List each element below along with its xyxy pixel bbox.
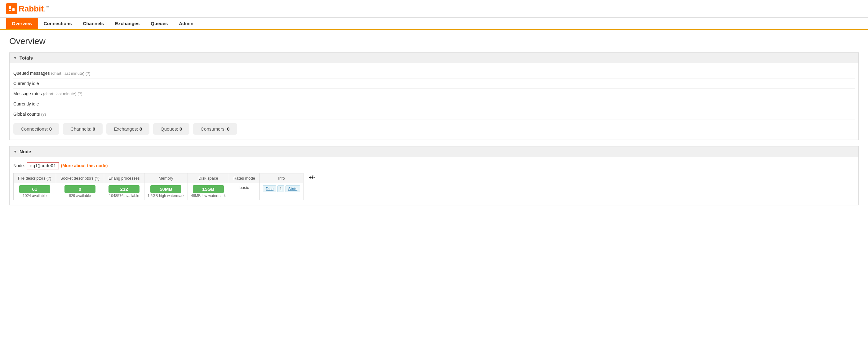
queued-messages-label: Queued messages bbox=[13, 71, 50, 76]
global-counts-muted: (?) bbox=[41, 112, 46, 117]
cell-socket-desc: 0 829 available bbox=[56, 183, 104, 200]
disk-bar: 15GB bbox=[193, 185, 224, 193]
cell-file-desc: 61 1024 available bbox=[13, 183, 56, 200]
stat-queued-idle: Currently idle bbox=[13, 79, 855, 89]
logo-tm: ™ bbox=[46, 6, 49, 9]
count-connections: Connections: 0 bbox=[13, 123, 59, 135]
content: Overview ▼ Totals Queued messages (chart… bbox=[0, 30, 868, 218]
logo-text: Rabbit.™ bbox=[19, 4, 49, 13]
info-stats-button[interactable]: Stats bbox=[285, 185, 300, 192]
col-rates-mode: Rates mode bbox=[229, 173, 259, 183]
node-section: ▼ Node Node: mq1@node01 (More about this… bbox=[9, 146, 859, 205]
cell-erlang: 232 1048576 available bbox=[104, 183, 144, 200]
totals-section: ▼ Totals Queued messages (chart: last mi… bbox=[9, 52, 859, 140]
count-connections-label: Connections: bbox=[21, 126, 49, 132]
stat-queued-messages: Queued messages (chart: last minute) (?) bbox=[13, 68, 855, 79]
cell-memory: 50MB 1.5GB high watermark bbox=[144, 183, 188, 200]
col-info: Info bbox=[260, 173, 304, 183]
memory-bar: 50MB bbox=[150, 185, 181, 193]
page-title: Overview bbox=[9, 36, 859, 46]
count-queues: Queues: 0 bbox=[153, 123, 189, 135]
file-desc-sub: 1024 available bbox=[17, 194, 53, 198]
node-section-body: Node: mq1@node01 (More about this node) … bbox=[9, 157, 859, 205]
global-counts-label: Global counts bbox=[13, 112, 40, 117]
col-memory: Memory bbox=[144, 173, 188, 183]
col-disk: Disk space bbox=[188, 173, 229, 183]
header: Rabbit.™ bbox=[0, 0, 868, 18]
message-rates-muted: (chart: last minute) (?) bbox=[43, 91, 83, 96]
totals-section-label: Totals bbox=[20, 55, 33, 60]
logo: Rabbit.™ bbox=[6, 3, 49, 14]
count-queues-label: Queues: bbox=[161, 126, 180, 132]
col-file-desc: File descriptors (?) bbox=[13, 173, 56, 183]
erlang-bar: 232 bbox=[108, 185, 140, 193]
socket-desc-bar: 0 bbox=[64, 185, 95, 193]
nav-channels[interactable]: Channels bbox=[78, 18, 110, 29]
info-buttons: Disc 1 Stats bbox=[263, 185, 300, 192]
counts-row: Connections: 0 Channels: 0 Exchanges: 8 … bbox=[13, 123, 855, 135]
rates-idle-text: Currently idle bbox=[13, 101, 39, 107]
count-consumers: Consumers: 0 bbox=[193, 123, 237, 135]
node-prefix-text: Node: bbox=[13, 163, 25, 168]
count-queues-value: 0 bbox=[180, 126, 182, 132]
totals-section-body: Queued messages (chart: last minute) (?)… bbox=[9, 63, 859, 140]
nav-exchanges[interactable]: Exchanges bbox=[110, 18, 145, 29]
totals-arrow-icon: ▼ bbox=[13, 56, 17, 60]
node-more-link[interactable]: (More about this node) bbox=[61, 163, 108, 168]
cell-rates-mode: basic bbox=[229, 183, 259, 200]
node-name-box: mq1@node01 bbox=[27, 162, 59, 169]
col-socket-desc: Socket descriptors (?) bbox=[56, 173, 104, 183]
node-section-header[interactable]: ▼ Node bbox=[9, 146, 859, 157]
nav: Overview Connections Channels Exchanges … bbox=[0, 18, 868, 30]
erlang-sub: 1048576 available bbox=[107, 194, 141, 198]
totals-section-header[interactable]: ▼ Totals bbox=[9, 52, 859, 63]
logo-icon bbox=[6, 3, 18, 14]
info-num-badge: 1 bbox=[277, 185, 284, 192]
stat-global-counts: Global counts (?) bbox=[13, 109, 855, 119]
count-consumers-label: Consumers: bbox=[200, 126, 227, 132]
nav-queues[interactable]: Queues bbox=[145, 18, 173, 29]
stat-rates-idle: Currently idle bbox=[13, 99, 855, 109]
svg-rect-0 bbox=[9, 6, 11, 9]
node-table: File descriptors (?) Socket descriptors … bbox=[13, 173, 304, 200]
count-consumers-value: 0 bbox=[227, 126, 229, 132]
nav-admin[interactable]: Admin bbox=[173, 18, 199, 29]
queued-idle-text: Currently idle bbox=[13, 81, 39, 86]
count-connections-value: 0 bbox=[49, 126, 52, 132]
svg-rect-2 bbox=[9, 10, 11, 11]
count-channels-value: 0 bbox=[93, 126, 95, 132]
node-label-row: Node: mq1@node01 (More about this node) bbox=[13, 162, 855, 169]
table-row: 61 1024 available 0 829 available 232 10… bbox=[13, 183, 304, 200]
file-desc-bar: 61 bbox=[19, 185, 50, 193]
cell-disk: 15GB 48MB low watermark bbox=[188, 183, 229, 200]
cell-info: Disc 1 Stats bbox=[260, 183, 304, 200]
node-section-label: Node bbox=[20, 149, 31, 154]
count-exchanges-label: Exchanges: bbox=[114, 126, 140, 132]
info-disc-button[interactable]: Disc bbox=[263, 185, 276, 192]
node-arrow-icon: ▼ bbox=[13, 149, 17, 154]
socket-desc-sub: 829 available bbox=[59, 194, 101, 198]
plus-minus-toggle[interactable]: +/- bbox=[307, 173, 317, 182]
count-channels-label: Channels: bbox=[70, 126, 93, 132]
col-erlang: Erlang processes bbox=[104, 173, 144, 183]
nav-overview[interactable]: Overview bbox=[6, 18, 38, 29]
node-table-wrap: File descriptors (?) Socket descriptors … bbox=[13, 173, 855, 200]
memory-sub: 1.5GB high watermark bbox=[148, 194, 184, 198]
disk-sub: 48MB low watermark bbox=[191, 194, 226, 198]
stat-message-rates: Message rates (chart: last minute) (?) bbox=[13, 89, 855, 99]
queued-messages-muted: (chart: last minute) (?) bbox=[51, 71, 90, 76]
count-exchanges-value: 8 bbox=[140, 126, 142, 132]
count-exchanges: Exchanges: 8 bbox=[106, 123, 149, 135]
rates-mode-value: basic bbox=[232, 185, 256, 190]
count-channels: Channels: 0 bbox=[63, 123, 103, 135]
svg-rect-1 bbox=[12, 8, 14, 11]
nav-connections[interactable]: Connections bbox=[38, 18, 78, 29]
message-rates-label: Message rates bbox=[13, 91, 42, 96]
